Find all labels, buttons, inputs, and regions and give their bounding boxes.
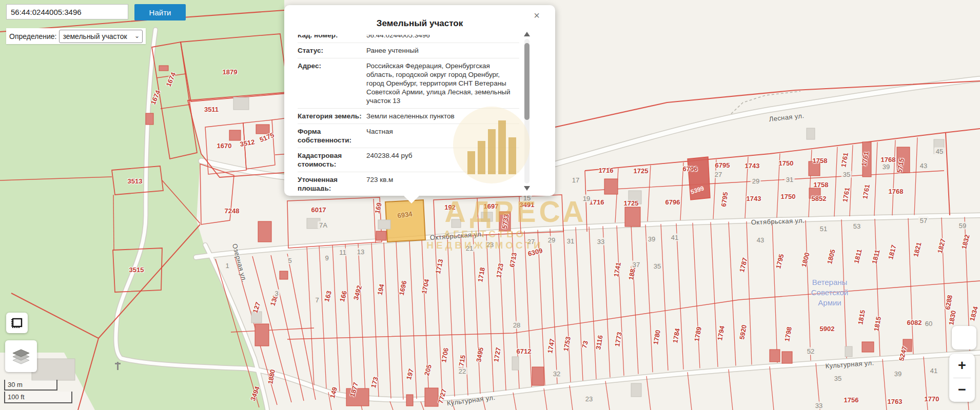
filter-label: Определение: (9, 32, 56, 40)
popup-row: Категория земель:Земли населенных пункто… (298, 109, 519, 124)
popup-title: Земельный участок (284, 18, 555, 29)
building-red (782, 352, 792, 363)
building-grey (233, 97, 249, 110)
building-grey (629, 191, 641, 204)
popup-row: Кадастровая стоимость:240238.44 руб (298, 148, 519, 172)
popup-row-value: Земли населенных пунктов (363, 112, 519, 120)
building-grey (378, 220, 390, 229)
filter-bar: Определение: земельный участок ⌄ (6, 28, 146, 44)
building-red (897, 147, 910, 173)
parcel-red-filled (688, 157, 710, 200)
popup-row-label: Форма собственности: (298, 127, 363, 145)
building-grey (845, 346, 852, 357)
building-grey (32, 359, 75, 380)
scalebar-metric: 30 m (4, 380, 57, 391)
layers-button[interactable] (5, 340, 37, 372)
filter-value: земельный участок (63, 32, 127, 40)
popup-scrollbar[interactable] (523, 32, 531, 191)
map-control-button[interactable] (952, 326, 976, 350)
search-input[interactable] (6, 4, 128, 19)
building-red (256, 125, 269, 134)
popup-rows: Кад. номер:56:44:0244005:3496Статус:Ране… (298, 35, 519, 191)
zoom-control: + − (949, 354, 975, 402)
popup-row-value: Ранее учтенный (363, 46, 519, 55)
popup-row: Статус:Ранее учтенный (298, 43, 519, 58)
building-red (862, 342, 874, 352)
chevron-down-icon: ⌄ (134, 32, 140, 39)
popup-row: Уточненная площадь:723 кв.м (298, 172, 519, 191)
filter-select[interactable]: земельный участок ⌄ (59, 30, 143, 43)
popup-row-label: Статус: (298, 46, 363, 55)
building-red (146, 113, 153, 125)
building-grey (807, 128, 815, 139)
zoom-out-button[interactable]: − (949, 378, 975, 402)
zoom-in-button[interactable]: + (949, 354, 975, 378)
scroll-up-icon[interactable] (524, 32, 530, 36)
building-red (604, 179, 618, 194)
building-red (625, 207, 640, 227)
building-red (406, 395, 413, 406)
popup-row-label: Кад. номер: (298, 35, 363, 39)
building-red (229, 130, 241, 140)
building-red (376, 231, 386, 240)
search-bar: Найти (6, 4, 187, 20)
popup-row-value: 56:44:0244005:3496 (363, 35, 519, 39)
building-grey (481, 212, 493, 221)
building-red (770, 350, 780, 362)
building-red (280, 271, 288, 279)
scrollbar-thumb[interactable] (524, 43, 530, 120)
building-grey (512, 357, 519, 370)
building-grey (934, 139, 944, 154)
building-red (532, 367, 544, 385)
building-grey (452, 219, 461, 228)
parcel-info-popup: Земельный участок × Кад. номер:56:44:024… (284, 5, 555, 196)
scroll-down-icon[interactable] (524, 186, 530, 191)
building-red (863, 142, 871, 177)
building-red (258, 221, 271, 242)
pole-icon-bar (115, 363, 121, 364)
parcel-boundary (113, 195, 114, 250)
building-grey (307, 218, 320, 229)
building-grey (251, 312, 262, 323)
building-red (809, 188, 820, 198)
popup-row-label: Категория земель: (298, 112, 363, 120)
popup-row-label: Уточненная площадь: (298, 175, 363, 191)
search-button[interactable]: Найти (134, 4, 186, 20)
highlighted-parcel[interactable] (385, 200, 425, 242)
popup-row: Адрес:Российская Федерация, Оренбургская… (298, 58, 519, 109)
popup-row-value: 240238.44 руб (363, 151, 519, 169)
popup-row-value: Частная (363, 127, 519, 145)
popup-row: Кад. номер:56:44:0244005:3496 (298, 35, 519, 43)
building-red (159, 66, 168, 71)
building-grey (631, 383, 641, 397)
measure-tool-button[interactable] (6, 313, 28, 333)
building-red (425, 388, 438, 406)
building-red (255, 324, 269, 346)
close-icon[interactable]: × (534, 10, 540, 20)
popup-row-value: Российская Федерация, Оренбургская облас… (363, 61, 519, 105)
popup-row-value: 723 кв.м (363, 175, 519, 191)
building-red (346, 388, 369, 406)
building-red (499, 212, 511, 231)
popup-row-label: Кадастровая стоимость: (298, 151, 363, 169)
building-red (809, 161, 820, 176)
scalebar-imperial: 100 ft (4, 392, 72, 403)
measure-icon (11, 317, 23, 329)
popup-row-label: Адрес: (298, 61, 363, 105)
building-red (903, 339, 912, 352)
popup-row: Форма собственности:Частная (298, 124, 519, 148)
layers-icon (11, 346, 31, 366)
